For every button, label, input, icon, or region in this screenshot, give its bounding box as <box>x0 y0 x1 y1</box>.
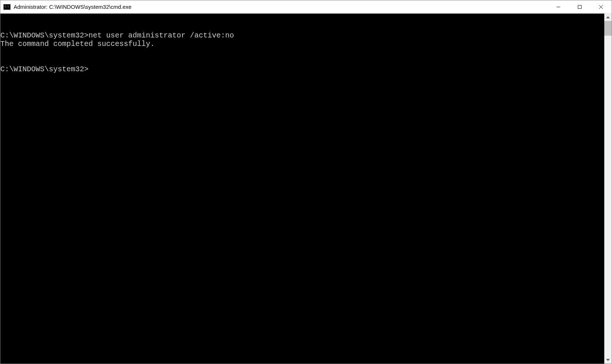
titlebar[interactable]: Administrator: C:\WINDOWS\system32\cmd.e… <box>0 0 612 14</box>
scroll-up-button[interactable] <box>604 14 612 21</box>
svg-rect-1 <box>578 5 582 8</box>
window-controls <box>548 0 612 13</box>
maximize-button[interactable] <box>569 0 590 13</box>
maximize-icon <box>577 5 582 9</box>
terminal-line: C:\WINDOWS\system32> <box>0 65 604 73</box>
cmd-icon <box>3 4 11 10</box>
window-title: Administrator: C:\WINDOWS\system32\cmd.e… <box>14 4 548 10</box>
scroll-down-button[interactable] <box>604 356 612 364</box>
minimize-icon <box>556 5 561 9</box>
terminal-line: C:\WINDOWS\system32>net user administrat… <box>0 31 604 40</box>
terminal-content[interactable]: C:\WINDOWS\system32>net user administrat… <box>0 14 604 364</box>
close-button[interactable] <box>590 0 612 13</box>
terminal-area: C:\WINDOWS\system32>net user administrat… <box>0 14 612 364</box>
terminal-line <box>0 48 604 57</box>
close-icon <box>599 5 603 9</box>
cmd-window: Administrator: C:\WINDOWS\system32\cmd.e… <box>0 0 612 364</box>
chevron-up-icon <box>606 16 610 18</box>
terminal-line <box>0 57 604 65</box>
chevron-down-icon <box>606 359 610 361</box>
scroll-thumb[interactable] <box>604 21 612 36</box>
minimize-button[interactable] <box>548 0 569 13</box>
scroll-track[interactable] <box>604 21 612 356</box>
terminal-line: The command completed successfully. <box>0 40 604 48</box>
vertical-scrollbar[interactable] <box>604 14 612 364</box>
